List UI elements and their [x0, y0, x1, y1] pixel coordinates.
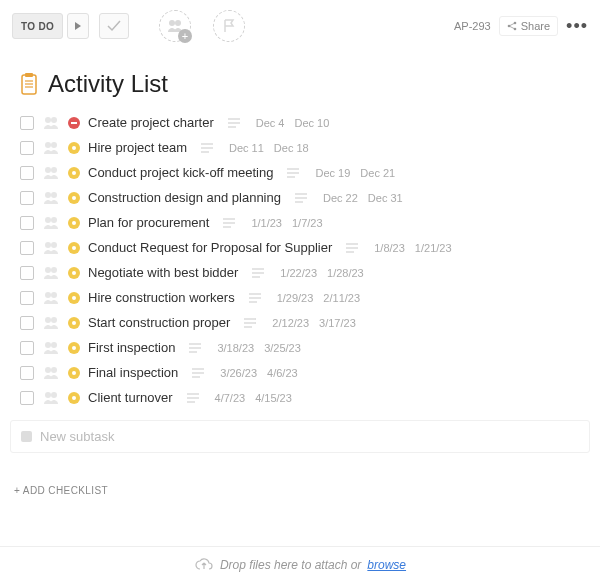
task-meta-icon: [189, 343, 201, 353]
svg-point-15: [45, 142, 51, 148]
task-checkbox[interactable]: [20, 241, 34, 255]
share-button[interactable]: Share: [499, 16, 558, 36]
svg-point-16: [51, 142, 57, 148]
svg-point-3: [513, 22, 516, 25]
svg-rect-6: [25, 73, 33, 77]
dropzone-browse-link[interactable]: browse: [367, 558, 406, 572]
task-start-date: 3/26/23: [220, 367, 257, 379]
task-row[interactable]: Start construction proper2/12/233/17/23: [16, 310, 592, 335]
task-meta-icon: [287, 168, 299, 178]
assignee-icon: [42, 141, 60, 155]
task-dates: 2/12/233/17/23: [272, 317, 355, 329]
task-row[interactable]: Construction design and planningDec 22De…: [16, 185, 592, 210]
svg-point-1: [175, 20, 181, 26]
clipboard-icon: [20, 73, 38, 95]
status-dot-icon: [68, 142, 80, 154]
task-end-date: 3/17/23: [319, 317, 356, 329]
task-dates: Dec 19Dec 21: [315, 167, 395, 179]
svg-point-56: [51, 342, 57, 348]
task-name: Hire project team: [88, 140, 187, 155]
task-end-date: 1/21/23: [415, 242, 452, 254]
align-icon: [346, 243, 358, 253]
ticket-id: AP-293: [454, 20, 491, 32]
new-subtask-placeholder: New subtask: [40, 429, 114, 444]
task-row[interactable]: Hire project teamDec 11Dec 18: [16, 135, 592, 160]
new-subtask-input[interactable]: New subtask: [10, 420, 590, 453]
more-menu-button[interactable]: •••: [566, 16, 588, 37]
task-end-date: 1/7/23: [292, 217, 323, 229]
task-start-date: Dec 4: [256, 117, 285, 129]
toolbar-right: AP-293 Share •••: [454, 16, 588, 37]
task-checkbox[interactable]: [20, 116, 34, 130]
assignee-icon: [42, 166, 60, 180]
dropzone[interactable]: Drop files here to attach or browse: [0, 546, 600, 582]
align-icon: [228, 118, 240, 128]
add-checklist-button[interactable]: + ADD CHECKLIST: [0, 453, 600, 496]
task-end-date: 3/25/23: [264, 342, 301, 354]
svg-point-40: [45, 267, 51, 273]
task-row[interactable]: First inspection3/18/233/25/23: [16, 335, 592, 360]
task-meta-icon: [228, 118, 240, 128]
task-meta-icon: [192, 368, 204, 378]
cloud-upload-icon: [194, 558, 214, 572]
assignees-button[interactable]: +: [159, 10, 191, 42]
task-checkbox[interactable]: [20, 341, 34, 355]
task-end-date: Dec 18: [274, 142, 309, 154]
task-meta-icon: [346, 243, 358, 253]
task-checkbox[interactable]: [20, 216, 34, 230]
task-row[interactable]: Negotiate with best bidder1/22/231/28/23: [16, 260, 592, 285]
priority-button[interactable]: [213, 10, 245, 42]
task-start-date: 1/29/23: [277, 292, 314, 304]
status-dot-icon: [68, 392, 80, 404]
assignee-icon: [42, 291, 60, 305]
status-dropdown-button[interactable]: [67, 13, 89, 39]
task-checkbox[interactable]: [20, 391, 34, 405]
task-row[interactable]: Client turnover4/7/234/15/23: [16, 385, 592, 410]
status-button[interactable]: TO DO: [12, 13, 63, 39]
task-list: Create project charterDec 4Dec 10Hire pr…: [0, 110, 600, 410]
align-icon: [189, 343, 201, 353]
complete-button[interactable]: [99, 13, 129, 39]
assignee-icon: [42, 191, 60, 205]
task-checkbox[interactable]: [20, 191, 34, 205]
task-checkbox[interactable]: [20, 141, 34, 155]
align-icon: [223, 218, 235, 228]
toolbar-left: TO DO: [12, 13, 129, 39]
task-checkbox[interactable]: [20, 166, 34, 180]
caret-right-icon: [75, 22, 81, 30]
task-row[interactable]: Final inspection3/26/234/6/23: [16, 360, 592, 385]
task-end-date: 1/28/23: [327, 267, 364, 279]
task-checkbox[interactable]: [20, 266, 34, 280]
task-name: Client turnover: [88, 390, 173, 405]
svg-point-66: [51, 392, 57, 398]
task-row[interactable]: Create project charterDec 4Dec 10: [16, 110, 592, 135]
task-row[interactable]: Hire construction workers1/29/232/11/23: [16, 285, 592, 310]
task-meta-icon: [252, 268, 264, 278]
assignee-icon: [42, 366, 60, 380]
task-row[interactable]: Plan for procurement1/1/231/7/23: [16, 210, 592, 235]
task-end-date: 4/15/23: [255, 392, 292, 404]
status-dot-icon: [68, 192, 80, 204]
status-dot-icon: [68, 242, 80, 254]
svg-point-11: [51, 117, 57, 123]
task-start-date: Dec 22: [323, 192, 358, 204]
title-row: Activity List: [0, 52, 600, 110]
task-name: Negotiate with best bidder: [88, 265, 238, 280]
task-meta-icon: [244, 318, 256, 328]
task-checkbox[interactable]: [20, 366, 34, 380]
task-start-date: 3/18/23: [217, 342, 254, 354]
svg-point-26: [51, 192, 57, 198]
task-checkbox[interactable]: [20, 291, 34, 305]
task-start-date: 1/1/23: [251, 217, 282, 229]
align-icon: [187, 393, 199, 403]
task-row[interactable]: Conduct Request for Proposal for Supplie…: [16, 235, 592, 260]
svg-point-61: [51, 367, 57, 373]
status-dot-icon: [68, 267, 80, 279]
task-dates: 3/26/234/6/23: [220, 367, 297, 379]
add-assignee-plus-icon: +: [178, 29, 192, 43]
task-end-date: 4/6/23: [267, 367, 298, 379]
task-row[interactable]: Conduct project kick-off meetingDec 19De…: [16, 160, 592, 185]
align-icon: [252, 268, 264, 278]
task-checkbox[interactable]: [20, 316, 34, 330]
task-start-date: Dec 11: [229, 142, 264, 154]
